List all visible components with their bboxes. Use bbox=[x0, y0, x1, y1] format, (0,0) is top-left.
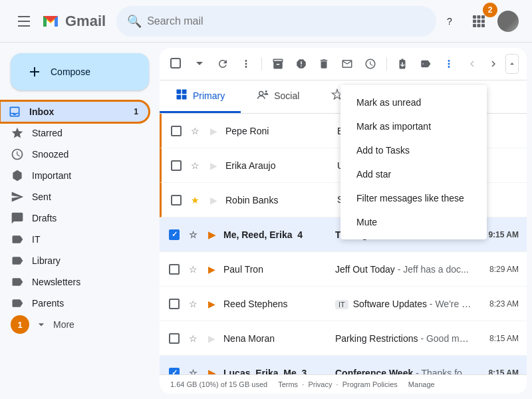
sidebar-item-parents[interactable]: Parents bbox=[0, 293, 149, 314]
important-button-2[interactable]: ▶ bbox=[207, 159, 220, 172]
context-filter-messages[interactable]: Filter messages like these bbox=[340, 186, 487, 210]
sidebar-item-inbox[interactable]: Inbox 1 bbox=[0, 101, 149, 122]
apps-button[interactable]: 2 bbox=[466, 8, 492, 35]
star-button-5[interactable]: ☆ bbox=[186, 263, 200, 276]
mark-unread-button[interactable] bbox=[338, 53, 356, 74]
row-checkbox-5[interactable] bbox=[168, 263, 181, 276]
important-button-3[interactable]: ▶ bbox=[207, 194, 220, 207]
important-button-7[interactable]: ▶ bbox=[205, 332, 218, 345]
important-button-5[interactable]: ▶ bbox=[205, 263, 218, 276]
toolbar-separator-2 bbox=[386, 57, 387, 70]
compose-button[interactable]: Compose bbox=[11, 53, 149, 90]
email-row[interactable]: ☆ ▶ Paul Tron Jeff Out Today - Jeff has … bbox=[160, 252, 527, 287]
refresh-button[interactable] bbox=[214, 53, 232, 74]
help-button[interactable]: ? bbox=[436, 8, 463, 35]
context-mark-unread[interactable]: Mark as unread bbox=[340, 90, 487, 114]
select-checkbox-button[interactable] bbox=[168, 53, 186, 74]
sidebar-item-important[interactable]: Important bbox=[0, 165, 149, 186]
sidebar-item-drafts[interactable]: Drafts bbox=[0, 207, 149, 229]
sent-label: Sent bbox=[32, 192, 138, 202]
star-button-2[interactable]: ☆ bbox=[188, 159, 201, 172]
context-mute[interactable]: Mute bbox=[340, 210, 487, 234]
select-dropdown-button[interactable] bbox=[191, 53, 209, 74]
avatar-button[interactable] bbox=[495, 8, 521, 35]
sidebar-item-starred[interactable]: Starred bbox=[0, 122, 149, 144]
row-checkbox-8[interactable] bbox=[168, 366, 181, 375]
archive-button[interactable] bbox=[269, 53, 287, 74]
important-button-8[interactable]: ▶ bbox=[205, 366, 218, 375]
svg-rect-5 bbox=[473, 19, 476, 23]
row-checkbox-7[interactable] bbox=[168, 332, 181, 345]
svg-rect-7 bbox=[481, 19, 485, 23]
sidebar-item-snoozed[interactable]: Snoozed bbox=[0, 144, 149, 165]
apps-grid-icon bbox=[472, 15, 485, 28]
manage-link[interactable]: Manage bbox=[408, 380, 435, 388]
email-row[interactable]: ☆ ▶ Lucas, Erika, Me 3 Conference Week -… bbox=[160, 356, 527, 374]
snooze-button[interactable] bbox=[362, 53, 380, 74]
hamburger-icon bbox=[18, 16, 30, 27]
sidebar-item-sent[interactable]: Sent bbox=[0, 186, 149, 207]
search-input[interactable] bbox=[147, 15, 426, 27]
star-button-1[interactable]: ☆ bbox=[188, 124, 201, 138]
star-button-4[interactable]: ☆ bbox=[186, 228, 200, 241]
toolbar bbox=[160, 48, 527, 80]
archive-icon bbox=[272, 58, 284, 70]
tab-social[interactable]: Social bbox=[241, 80, 315, 113]
sidebar-item-it[interactable]: IT bbox=[0, 229, 149, 250]
sent-icon bbox=[11, 190, 24, 203]
context-mark-important[interactable]: Mark as important bbox=[340, 114, 487, 138]
primary-tab-icon bbox=[176, 88, 188, 103]
newsletters-label-icon bbox=[11, 275, 24, 289]
sidebar-more-button[interactable]: 1 More bbox=[0, 314, 160, 335]
svg-point-16 bbox=[259, 92, 263, 96]
star-button-3[interactable]: ★ bbox=[188, 194, 201, 207]
hamburger-menu-button[interactable] bbox=[11, 8, 37, 35]
privacy-link[interactable]: Privacy bbox=[308, 380, 332, 388]
row-checkbox-2[interactable] bbox=[170, 159, 183, 172]
sender-6: Reed Stephens bbox=[223, 299, 330, 309]
search-bar[interactable]: 🔍 bbox=[116, 6, 436, 37]
social-tab-icon bbox=[257, 88, 269, 103]
newer-page-button[interactable] bbox=[463, 55, 481, 73]
context-add-tasks[interactable]: Add to Tasks bbox=[340, 138, 487, 162]
report-spam-button[interactable] bbox=[292, 53, 310, 74]
sidebar-item-library[interactable]: Library bbox=[0, 250, 149, 271]
star-button-6[interactable]: ☆ bbox=[186, 297, 200, 311]
older-page-button[interactable] bbox=[484, 55, 503, 73]
time-6: 8:23 AM bbox=[479, 299, 519, 309]
subject-8: Conference Week bbox=[335, 368, 413, 375]
row-checkbox-3[interactable] bbox=[170, 194, 183, 207]
important-button-4[interactable]: ▶ bbox=[205, 228, 218, 241]
snoozed-icon bbox=[11, 148, 24, 161]
time-8: 8:15 AM bbox=[479, 368, 519, 375]
label-as-button[interactable] bbox=[416, 53, 434, 74]
delete-button[interactable] bbox=[315, 53, 333, 74]
move-to-button[interactable] bbox=[393, 53, 411, 74]
important-button-1[interactable]: ▶ bbox=[207, 124, 220, 138]
star-button-7[interactable]: ☆ bbox=[186, 332, 200, 345]
sidebar-item-newsletters[interactable]: Newsletters bbox=[0, 271, 149, 293]
gmail-logo: Gmail bbox=[40, 11, 106, 32]
policies-link[interactable]: Program Policies bbox=[342, 380, 398, 388]
time-5: 8:29 AM bbox=[479, 265, 519, 274]
terms-link[interactable]: Terms bbox=[278, 380, 298, 388]
tab-primary[interactable]: Primary bbox=[160, 80, 241, 113]
email-row[interactable]: ☆ ▶ Reed Stephens IT Software Updates - … bbox=[160, 287, 527, 321]
context-menu: Mark as unread Mark as important Add to … bbox=[340, 85, 487, 239]
context-add-star[interactable]: Add star bbox=[340, 162, 487, 186]
more-options-button[interactable] bbox=[237, 53, 255, 74]
star-button-8[interactable]: ☆ bbox=[186, 366, 200, 375]
email-row[interactable]: ☆ ▶ Nena Moran Parking Restrictions - Go… bbox=[160, 321, 527, 356]
primary-tab-label: Primary bbox=[193, 90, 225, 101]
row-checkbox-6[interactable] bbox=[168, 297, 181, 311]
important-button-6[interactable]: ▶ bbox=[205, 297, 218, 311]
it-tag-6: IT bbox=[335, 300, 348, 309]
three-dots-button[interactable] bbox=[440, 53, 458, 74]
library-label-icon bbox=[11, 254, 24, 267]
social-tab-label: Social bbox=[274, 90, 299, 101]
row-checkbox-1[interactable] bbox=[170, 124, 183, 138]
inbox-count: 1 bbox=[134, 107, 138, 116]
email-body-7: Parking Restrictions - Good mor... bbox=[335, 333, 473, 344]
row-checkbox-4[interactable] bbox=[168, 228, 181, 241]
expand-button[interactable] bbox=[505, 54, 519, 74]
